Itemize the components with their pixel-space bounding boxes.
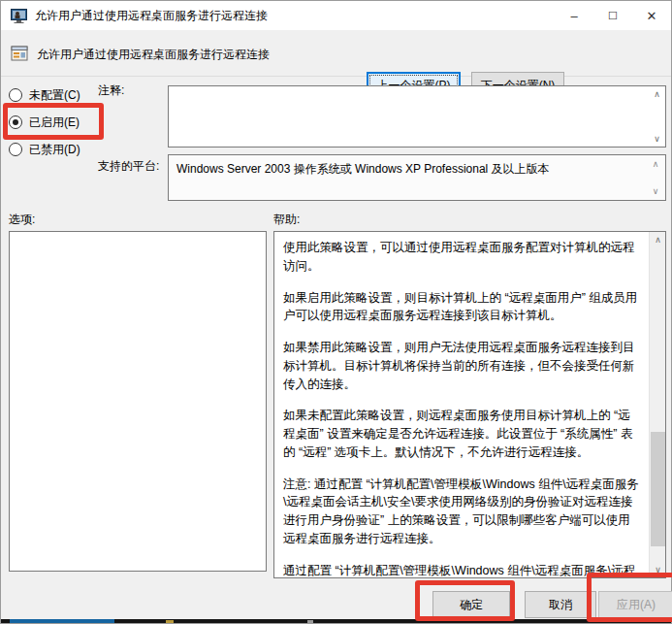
- comment-textbox[interactable]: ∧ ∨: [168, 85, 666, 148]
- taskbar-sliver-blue: [10, 619, 114, 623]
- radio-label-not-configured: 未配置(C): [29, 87, 80, 104]
- radio-disabled[interactable]: 已禁用(D): [9, 142, 80, 157]
- taskbar-sliver: [1, 619, 671, 623]
- scrollbar-thumb[interactable]: [651, 432, 665, 545]
- scroll-down-icon[interactable]: ∨: [649, 131, 665, 147]
- ok-button[interactable]: 确定: [432, 591, 510, 618]
- apply-button[interactable]: 应用(A): [598, 591, 672, 618]
- window-title: 允许用户通过使用远程桌面服务进行远程连接: [35, 8, 268, 24]
- taskbar-sliver-dot: [166, 620, 174, 623]
- scroll-down-icon[interactable]: ∨: [653, 186, 659, 196]
- setting-name: 允许用户通过使用远程桌面服务进行远程连接: [37, 47, 270, 63]
- options-panel: [9, 231, 267, 572]
- help-paragraph: 通过配置 “计算机配置\管理模板\Windows 组件\远程桌面服务\远程桌面会…: [283, 562, 641, 578]
- policy-setting-dialog: 允许用户通过使用远程桌面服务进行远程连接 – ☐ ✕ 允许用户通过使用远程桌面服…: [0, 0, 672, 624]
- help-text: 使用此策略设置，可以通过使用远程桌面服务配置对计算机的远程访问。 如果启用此策略…: [274, 232, 649, 577]
- radio-enabled[interactable]: 已启用(E): [9, 115, 80, 130]
- help-paragraph: 如果未配置此策略设置，则远程桌面服务使用目标计算机上的 “远程桌面” 设置来确定…: [283, 407, 641, 461]
- help-paragraph: 如果启用此策略设置，则目标计算机上的 “远程桌面用户” 组成员用户可以使用远程桌…: [283, 289, 641, 326]
- scroll-up-icon[interactable]: ∧: [650, 232, 666, 247]
- title-bar: 允许用户通过使用远程桌面服务进行远程连接 – ☐ ✕: [1, 1, 671, 30]
- monitor-icon: [11, 9, 27, 23]
- help-paragraph: 使用此策略设置，可以通过使用远程桌面服务配置对计算机的远程访问。: [283, 239, 641, 276]
- scroll-up-icon[interactable]: ∧: [653, 159, 659, 169]
- help-paragraph: 注意: 通过配置 “计算机配置\管理模板\Windows 组件\远程桌面服务\远…: [283, 476, 641, 548]
- radio-circle-not-configured[interactable]: [9, 88, 22, 102]
- taskbar-sliver-dot: [307, 620, 313, 623]
- help-panel: 使用此策略设置，可以通过使用远程桌面服务配置对计算机的远程访问。 如果启用此策略…: [273, 231, 666, 578]
- close-button[interactable]: ✕: [632, 1, 671, 30]
- supported-on-scrollbar[interactable]: ∧ ∨: [648, 159, 663, 196]
- radio-label-enabled: 已启用(E): [29, 115, 80, 131]
- radio-circle-enabled[interactable]: [9, 115, 22, 129]
- help-paragraph: 如果禁用此策略设置，则用户无法使用远程桌面服务远程连接到目标计算机。目标计算机将…: [283, 339, 641, 393]
- cancel-button[interactable]: 取消: [525, 591, 596, 618]
- supported-on-textbox[interactable]: Windows Server 2003 操作系统或 Windows XP Pro…: [168, 154, 666, 201]
- radio-not-configured[interactable]: 未配置(C): [9, 87, 80, 103]
- scroll-up-icon[interactable]: ∧: [649, 86, 665, 102]
- options-label: 选项:: [9, 212, 35, 228]
- setting-header: 允许用户通过使用远程桌面服务进行远程连接 上一个设置(P) 下一个设置(N): [1, 30, 671, 77]
- supported-on-label: 支持的平台:: [98, 158, 159, 175]
- help-scrollbar[interactable]: ∧ ∨: [649, 232, 665, 577]
- policy-setting-icon: [11, 45, 28, 62]
- maximize-button[interactable]: ☐: [593, 1, 632, 30]
- radio-circle-disabled[interactable]: [9, 143, 22, 156]
- radio-label-disabled: 已禁用(D): [29, 142, 80, 158]
- supported-on-value: Windows Server 2003 操作系统或 Windows XP Pro…: [176, 162, 550, 176]
- scroll-down-icon[interactable]: ∨: [650, 562, 666, 577]
- comment-scrollbar[interactable]: ∧ ∨: [649, 86, 665, 147]
- comment-label: 注释:: [98, 82, 124, 99]
- minimize-button[interactable]: –: [555, 1, 593, 30]
- help-label: 帮助:: [273, 212, 300, 228]
